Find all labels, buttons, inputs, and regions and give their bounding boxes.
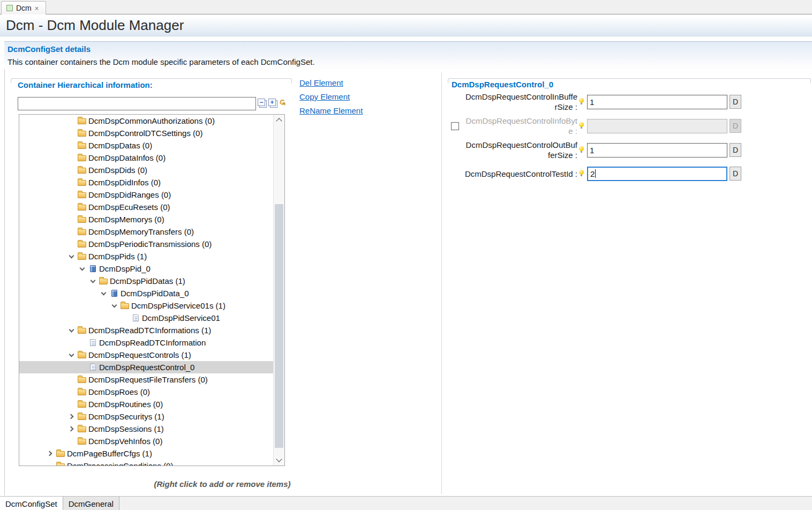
parameter-input[interactable]: 1: [587, 143, 727, 158]
tree-scrollbar[interactable]: [273, 115, 284, 466]
tree-item[interactable]: DcmDspReadDTCInformation: [19, 336, 274, 349]
tree-item[interactable]: DcmDspPids (1): [19, 250, 274, 262]
tree-item[interactable]: DcmDspPidService01: [19, 312, 274, 324]
section-description: This container containers the Dcm module…: [7, 57, 315, 66]
element-actions: Del ElementCopy ElementReName Element: [299, 78, 363, 120]
tree-item-label: DcmDspPeriodicTransmissions (0): [88, 239, 212, 249]
default-value-button[interactable]: D: [730, 95, 741, 109]
tree-item-label: DcmDspPid_0: [99, 264, 151, 273]
tree-item[interactable]: DcmDspSessions (1): [19, 423, 274, 435]
tree-expander[interactable]: [44, 452, 55, 455]
page-title: Dcm - Dcm Module Manager: [6, 17, 184, 34]
parameter-label: DcmDspRequestControlOutBufferSize :: [464, 140, 577, 160]
tree-item[interactable]: DcmDspPidDatas (1): [19, 275, 274, 287]
tree-item[interactable]: DcmDspDidInfos (0): [19, 176, 274, 189]
editor-tab-bar: Dcm ×: [0, 0, 812, 14]
default-value-button[interactable]: D: [730, 119, 741, 133]
expand-all-icon[interactable]: [268, 99, 276, 106]
tree-item[interactable]: DcmDspPeriodicTransmissions (0): [19, 238, 274, 250]
scrollbar-thumb[interactable]: [275, 204, 283, 448]
tree-item[interactable]: DcmDspPid_0: [19, 262, 274, 275]
tree-item[interactable]: DcmDspPidData_0: [19, 287, 274, 299]
content-frame-border: [4, 41, 5, 496]
parameter-input[interactable]: [587, 119, 727, 133]
folder-icon: [77, 117, 87, 124]
parameter-enable-checkbox[interactable]: [451, 122, 459, 130]
folder-icon: [77, 351, 87, 358]
book-icon: [87, 265, 98, 272]
tree-item[interactable]: DcmDspDidRanges (0): [19, 189, 274, 201]
tree-item-label: DcmDspDidRanges (0): [88, 190, 171, 199]
default-value-button[interactable]: D: [730, 167, 741, 181]
tree-item[interactable]: DcmDspDataInfos (0): [19, 152, 274, 164]
tree-item[interactable]: DcmDspRequestFileTransfers (0): [19, 373, 274, 386]
tree-expander[interactable]: [66, 329, 77, 332]
tree-item-label: DcmDspSecuritys (1): [88, 412, 164, 421]
tree-item[interactable]: DcmProcessingConditions (0): [19, 460, 274, 466]
tree-item-label: DcmDspSessions (1): [88, 424, 164, 433]
tree-item[interactable]: DcmDspRequestControl_0: [19, 361, 274, 373]
tree-item[interactable]: DcmDspDids (0): [19, 164, 274, 176]
tree-expander[interactable]: [77, 268, 87, 270]
collapse-all-icon[interactable]: [258, 99, 265, 106]
tree-item[interactable]: DcmDspMemoryTransfers (0): [19, 226, 274, 238]
tree-item[interactable]: DcmPageBufferCfgs (1): [19, 447, 274, 460]
tree-item-label: DcmDspMemoryTransfers (0): [88, 227, 194, 236]
editor-tab-dcm[interactable]: Dcm ×: [1, 1, 46, 14]
sync-icon[interactable]: ↺: [279, 99, 286, 106]
section-header: DcmConfigSet details This container cont…: [4, 41, 812, 69]
tree-item-label: DcmDspDidInfos (0): [88, 178, 161, 187]
parameter-row: DcmDspRequestControlOutBufferSize : 1 D: [451, 137, 751, 163]
context-menu-hint: (Right click to add or remove items): [11, 479, 434, 489]
module-icon: [6, 5, 13, 11]
folder-icon: [77, 179, 87, 186]
tree-item[interactable]: DcmDspMemorys (0): [19, 213, 274, 226]
tree-item[interactable]: DcmDspDatas (0): [19, 139, 274, 152]
parameter-input[interactable]: 2: [587, 167, 727, 181]
del-element-link[interactable]: Del Element: [299, 78, 363, 87]
tree-item-label: DcmDspDatas (0): [88, 141, 152, 150]
tree-expander[interactable]: [109, 305, 119, 307]
tree-item[interactable]: DcmDspCommonAuthorizations (0): [19, 115, 274, 127]
copy-element-link[interactable]: Copy Element: [299, 92, 363, 101]
folder-icon: [77, 216, 87, 223]
section-title: DcmConfigSet details: [7, 44, 91, 54]
tree-expander[interactable]: [66, 354, 77, 356]
tree-item[interactable]: DcmDspPidService01s (1): [19, 299, 274, 312]
folder-icon: [77, 204, 87, 211]
tree-expander[interactable]: [66, 427, 77, 431]
parameter-input[interactable]: 1: [587, 95, 727, 109]
tree-item[interactable]: DcmDspReadDTCInformations (1): [19, 324, 274, 336]
tree-item[interactable]: DcmDspVehInfos (0): [19, 435, 274, 447]
tree-item-label: DcmDspVehInfos (0): [88, 437, 162, 446]
tree-item-label: DcmDspMemorys (0): [88, 215, 164, 224]
tree-item[interactable]: DcmDspEcuResets (0): [19, 201, 274, 213]
bottom-tab-dcmconfigset[interactable]: DcmConfigSet: [0, 497, 63, 510]
scroll-up-icon[interactable]: [276, 118, 282, 124]
folder-icon: [77, 241, 87, 248]
tree-item[interactable]: DcmDspRoutines (0): [19, 398, 274, 410]
folder-icon: [55, 450, 66, 457]
bottom-tab-strip: DcmConfigSetDcmGeneral: [0, 496, 812, 510]
tree-item-label: DcmDspDids (0): [88, 166, 147, 175]
folder-icon: [77, 327, 87, 334]
default-value-button[interactable]: D: [730, 143, 741, 157]
tree-item[interactable]: DcmDspRequestControls (1): [19, 349, 274, 361]
scroll-down-icon[interactable]: [276, 456, 282, 462]
rename-element-link[interactable]: ReName Element: [299, 106, 363, 115]
tree-filter-input[interactable]: [18, 97, 256, 110]
tree-expander[interactable]: [98, 292, 109, 295]
tree-expander[interactable]: [66, 256, 77, 258]
bottom-tab-dcmgeneral[interactable]: DcmGeneral: [63, 497, 119, 510]
folder-icon: [55, 462, 66, 466]
tree-item-label: DcmProcessingConditions (0): [67, 461, 173, 466]
tree-expander[interactable]: [87, 280, 98, 282]
folder-icon: [119, 302, 130, 309]
tree-item[interactable]: DcmDspSecuritys (1): [19, 410, 274, 423]
tree-item[interactable]: DcmDspControlDTCSettings (0): [19, 127, 274, 139]
tree-item[interactable]: DcmDspRoes (0): [19, 386, 274, 398]
close-icon[interactable]: ×: [35, 5, 39, 12]
tree-expander[interactable]: [66, 415, 77, 418]
folder-icon: [98, 278, 109, 284]
container-hierarchy-tree: DcmDspCommonAuthorizations (0) DcmDspCon…: [19, 114, 285, 466]
